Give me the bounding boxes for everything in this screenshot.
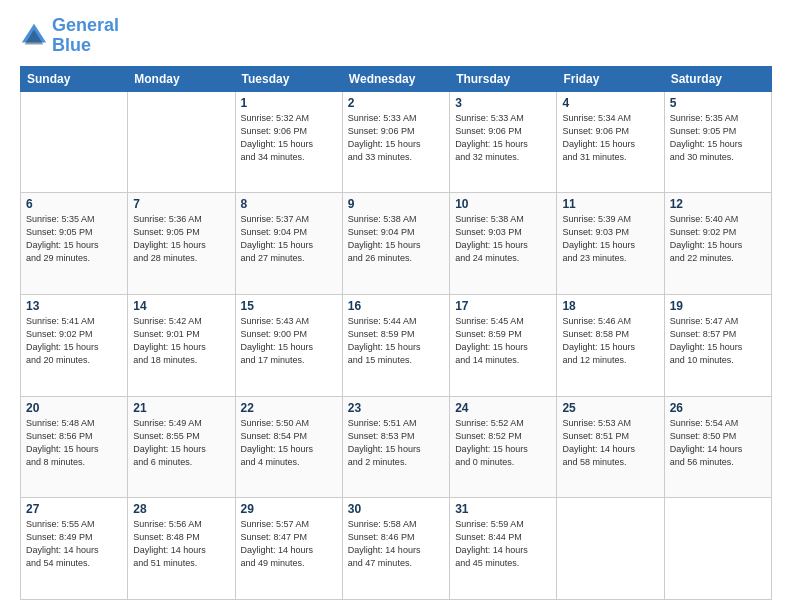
day-info: Sunrise: 5:41 AM Sunset: 9:02 PM Dayligh… — [26, 315, 122, 367]
calendar-week-row: 6Sunrise: 5:35 AM Sunset: 9:05 PM Daylig… — [21, 193, 772, 295]
calendar-cell: 3Sunrise: 5:33 AM Sunset: 9:06 PM Daylig… — [450, 91, 557, 193]
day-info: Sunrise: 5:58 AM Sunset: 8:46 PM Dayligh… — [348, 518, 444, 570]
calendar-cell: 22Sunrise: 5:50 AM Sunset: 8:54 PM Dayli… — [235, 396, 342, 498]
calendar-cell: 9Sunrise: 5:38 AM Sunset: 9:04 PM Daylig… — [342, 193, 449, 295]
day-info: Sunrise: 5:59 AM Sunset: 8:44 PM Dayligh… — [455, 518, 551, 570]
day-number: 10 — [455, 197, 551, 211]
day-info: Sunrise: 5:34 AM Sunset: 9:06 PM Dayligh… — [562, 112, 658, 164]
calendar-cell: 25Sunrise: 5:53 AM Sunset: 8:51 PM Dayli… — [557, 396, 664, 498]
day-info: Sunrise: 5:50 AM Sunset: 8:54 PM Dayligh… — [241, 417, 337, 469]
calendar-cell — [664, 498, 771, 600]
day-number: 13 — [26, 299, 122, 313]
logo: General Blue — [20, 16, 119, 56]
calendar-cell: 7Sunrise: 5:36 AM Sunset: 9:05 PM Daylig… — [128, 193, 235, 295]
day-info: Sunrise: 5:36 AM Sunset: 9:05 PM Dayligh… — [133, 213, 229, 265]
calendar-cell: 28Sunrise: 5:56 AM Sunset: 8:48 PM Dayli… — [128, 498, 235, 600]
day-number: 17 — [455, 299, 551, 313]
day-number: 25 — [562, 401, 658, 415]
weekday-header-monday: Monday — [128, 66, 235, 91]
calendar-cell: 1Sunrise: 5:32 AM Sunset: 9:06 PM Daylig… — [235, 91, 342, 193]
calendar-cell: 18Sunrise: 5:46 AM Sunset: 8:58 PM Dayli… — [557, 294, 664, 396]
day-info: Sunrise: 5:43 AM Sunset: 9:00 PM Dayligh… — [241, 315, 337, 367]
day-info: Sunrise: 5:53 AM Sunset: 8:51 PM Dayligh… — [562, 417, 658, 469]
day-number: 22 — [241, 401, 337, 415]
day-info: Sunrise: 5:49 AM Sunset: 8:55 PM Dayligh… — [133, 417, 229, 469]
weekday-header-thursday: Thursday — [450, 66, 557, 91]
day-info: Sunrise: 5:40 AM Sunset: 9:02 PM Dayligh… — [670, 213, 766, 265]
calendar-cell: 31Sunrise: 5:59 AM Sunset: 8:44 PM Dayli… — [450, 498, 557, 600]
day-info: Sunrise: 5:33 AM Sunset: 9:06 PM Dayligh… — [348, 112, 444, 164]
day-info: Sunrise: 5:48 AM Sunset: 8:56 PM Dayligh… — [26, 417, 122, 469]
calendar-cell: 27Sunrise: 5:55 AM Sunset: 8:49 PM Dayli… — [21, 498, 128, 600]
day-info: Sunrise: 5:55 AM Sunset: 8:49 PM Dayligh… — [26, 518, 122, 570]
calendar-cell: 17Sunrise: 5:45 AM Sunset: 8:59 PM Dayli… — [450, 294, 557, 396]
calendar-cell: 13Sunrise: 5:41 AM Sunset: 9:02 PM Dayli… — [21, 294, 128, 396]
day-info: Sunrise: 5:35 AM Sunset: 9:05 PM Dayligh… — [26, 213, 122, 265]
day-number: 21 — [133, 401, 229, 415]
calendar-cell: 20Sunrise: 5:48 AM Sunset: 8:56 PM Dayli… — [21, 396, 128, 498]
day-info: Sunrise: 5:56 AM Sunset: 8:48 PM Dayligh… — [133, 518, 229, 570]
page: General Blue SundayMondayTuesdayWednesda… — [0, 0, 792, 612]
calendar-week-row: 27Sunrise: 5:55 AM Sunset: 8:49 PM Dayli… — [21, 498, 772, 600]
calendar-cell: 12Sunrise: 5:40 AM Sunset: 9:02 PM Dayli… — [664, 193, 771, 295]
logo-icon — [20, 22, 48, 50]
day-info: Sunrise: 5:47 AM Sunset: 8:57 PM Dayligh… — [670, 315, 766, 367]
day-number: 30 — [348, 502, 444, 516]
day-info: Sunrise: 5:38 AM Sunset: 9:04 PM Dayligh… — [348, 213, 444, 265]
day-number: 29 — [241, 502, 337, 516]
weekday-header-row: SundayMondayTuesdayWednesdayThursdayFrid… — [21, 66, 772, 91]
day-number: 8 — [241, 197, 337, 211]
day-info: Sunrise: 5:57 AM Sunset: 8:47 PM Dayligh… — [241, 518, 337, 570]
calendar-cell: 16Sunrise: 5:44 AM Sunset: 8:59 PM Dayli… — [342, 294, 449, 396]
calendar-cell: 23Sunrise: 5:51 AM Sunset: 8:53 PM Dayli… — [342, 396, 449, 498]
day-number: 2 — [348, 96, 444, 110]
calendar-cell: 5Sunrise: 5:35 AM Sunset: 9:05 PM Daylig… — [664, 91, 771, 193]
day-info: Sunrise: 5:39 AM Sunset: 9:03 PM Dayligh… — [562, 213, 658, 265]
day-number: 16 — [348, 299, 444, 313]
day-info: Sunrise: 5:46 AM Sunset: 8:58 PM Dayligh… — [562, 315, 658, 367]
day-number: 28 — [133, 502, 229, 516]
day-number: 4 — [562, 96, 658, 110]
calendar-cell: 11Sunrise: 5:39 AM Sunset: 9:03 PM Dayli… — [557, 193, 664, 295]
calendar-cell — [128, 91, 235, 193]
day-number: 3 — [455, 96, 551, 110]
header: General Blue — [20, 16, 772, 56]
calendar-cell: 6Sunrise: 5:35 AM Sunset: 9:05 PM Daylig… — [21, 193, 128, 295]
calendar-cell: 19Sunrise: 5:47 AM Sunset: 8:57 PM Dayli… — [664, 294, 771, 396]
calendar-week-row: 13Sunrise: 5:41 AM Sunset: 9:02 PM Dayli… — [21, 294, 772, 396]
day-number: 26 — [670, 401, 766, 415]
weekday-header-friday: Friday — [557, 66, 664, 91]
day-info: Sunrise: 5:38 AM Sunset: 9:03 PM Dayligh… — [455, 213, 551, 265]
day-number: 19 — [670, 299, 766, 313]
day-number: 23 — [348, 401, 444, 415]
calendar-cell: 8Sunrise: 5:37 AM Sunset: 9:04 PM Daylig… — [235, 193, 342, 295]
day-info: Sunrise: 5:51 AM Sunset: 8:53 PM Dayligh… — [348, 417, 444, 469]
calendar-cell — [557, 498, 664, 600]
day-number: 5 — [670, 96, 766, 110]
day-number: 20 — [26, 401, 122, 415]
calendar-cell: 10Sunrise: 5:38 AM Sunset: 9:03 PM Dayli… — [450, 193, 557, 295]
day-number: 6 — [26, 197, 122, 211]
calendar-cell: 29Sunrise: 5:57 AM Sunset: 8:47 PM Dayli… — [235, 498, 342, 600]
day-info: Sunrise: 5:42 AM Sunset: 9:01 PM Dayligh… — [133, 315, 229, 367]
calendar-week-row: 20Sunrise: 5:48 AM Sunset: 8:56 PM Dayli… — [21, 396, 772, 498]
calendar-week-row: 1Sunrise: 5:32 AM Sunset: 9:06 PM Daylig… — [21, 91, 772, 193]
day-number: 9 — [348, 197, 444, 211]
calendar-cell — [21, 91, 128, 193]
day-number: 24 — [455, 401, 551, 415]
day-info: Sunrise: 5:37 AM Sunset: 9:04 PM Dayligh… — [241, 213, 337, 265]
day-number: 11 — [562, 197, 658, 211]
calendar-table: SundayMondayTuesdayWednesdayThursdayFrid… — [20, 66, 772, 600]
calendar-cell: 4Sunrise: 5:34 AM Sunset: 9:06 PM Daylig… — [557, 91, 664, 193]
day-info: Sunrise: 5:52 AM Sunset: 8:52 PM Dayligh… — [455, 417, 551, 469]
day-number: 18 — [562, 299, 658, 313]
day-number: 15 — [241, 299, 337, 313]
day-number: 7 — [133, 197, 229, 211]
calendar-cell: 14Sunrise: 5:42 AM Sunset: 9:01 PM Dayli… — [128, 294, 235, 396]
day-info: Sunrise: 5:44 AM Sunset: 8:59 PM Dayligh… — [348, 315, 444, 367]
day-info: Sunrise: 5:33 AM Sunset: 9:06 PM Dayligh… — [455, 112, 551, 164]
calendar-cell: 15Sunrise: 5:43 AM Sunset: 9:00 PM Dayli… — [235, 294, 342, 396]
weekday-header-sunday: Sunday — [21, 66, 128, 91]
day-info: Sunrise: 5:35 AM Sunset: 9:05 PM Dayligh… — [670, 112, 766, 164]
calendar-cell: 26Sunrise: 5:54 AM Sunset: 8:50 PM Dayli… — [664, 396, 771, 498]
